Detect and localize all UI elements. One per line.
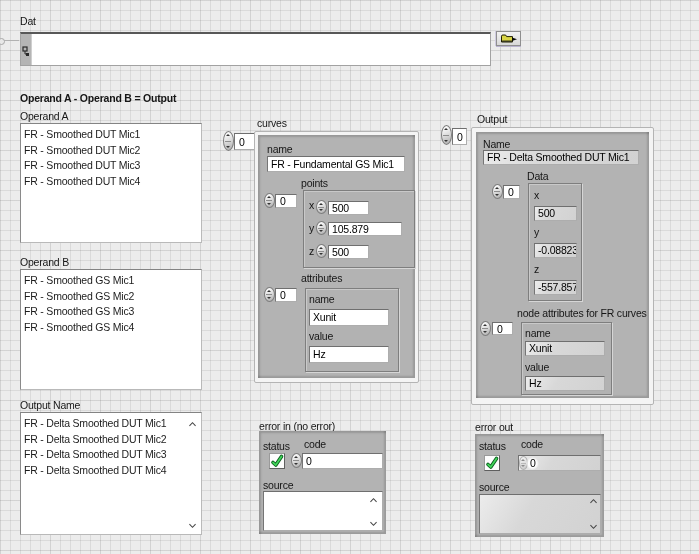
points-y-field[interactable]: 105.879 bbox=[328, 222, 402, 236]
output-name-listbox[interactable]: FR - Delta Smoothed DUT Mic1 FR - Delta … bbox=[20, 412, 202, 535]
green-check-icon bbox=[485, 456, 499, 470]
output-name-label: Output Name bbox=[20, 399, 80, 411]
scroll-down-icon[interactable] bbox=[188, 522, 197, 529]
curves-index-spinner[interactable] bbox=[223, 131, 234, 151]
path-input[interactable] bbox=[20, 32, 491, 66]
data-x-label: x bbox=[534, 189, 539, 201]
list-item[interactable]: FR - Smoothed DUT Mic4 bbox=[21, 174, 201, 190]
points-x-field[interactable]: 500 bbox=[328, 201, 369, 215]
list-item[interactable]: FR - Delta Smoothed DUT Mic2 bbox=[21, 432, 201, 448]
operand-b-listbox[interactable]: FR - Smoothed GS Mic1 FR - Smoothed GS M… bbox=[20, 269, 202, 390]
list-item[interactable]: FR - Smoothed GS Mic2 bbox=[21, 289, 201, 305]
green-check-icon bbox=[270, 454, 284, 468]
left-edge-line bbox=[3, 40, 19, 41]
points-y-spinner[interactable] bbox=[316, 221, 327, 235]
node-attr-name-label: name bbox=[525, 327, 550, 339]
path-type-strip bbox=[21, 34, 32, 65]
labview-front-panel: Dat Operand A - Operand B = Output Opera… bbox=[0, 0, 699, 554]
error-in-code-label: code bbox=[304, 438, 326, 450]
error-in-code-spinner[interactable] bbox=[291, 453, 302, 468]
error-out-source-label: source bbox=[479, 481, 509, 493]
error-out-label: error out bbox=[475, 421, 513, 433]
output-index-spinner[interactable] bbox=[441, 125, 452, 145]
curves-index-value[interactable]: 0 bbox=[234, 133, 256, 150]
data-x-field: 500 bbox=[534, 206, 577, 221]
data-label: Data bbox=[527, 170, 548, 182]
node-attr-index-spinner[interactable] bbox=[480, 321, 491, 336]
list-item[interactable]: FR - Delta Smoothed DUT Mic1 bbox=[21, 416, 201, 432]
curves-name-label: name bbox=[267, 143, 292, 155]
points-index-spinner[interactable] bbox=[264, 193, 275, 208]
output-name-field-label: Name bbox=[483, 138, 510, 150]
points-z-spinner[interactable] bbox=[316, 244, 327, 258]
points-x-label: x bbox=[309, 199, 314, 211]
error-in-source-label: source bbox=[263, 479, 293, 491]
left-edge-dot bbox=[0, 38, 5, 45]
node-attr-index-value[interactable]: 0 bbox=[492, 322, 513, 335]
attr-value-label: value bbox=[309, 330, 333, 342]
list-item[interactable]: FR - Smoothed DUT Mic2 bbox=[21, 143, 201, 159]
error-out-code-label: code bbox=[521, 438, 543, 450]
data-index-value[interactable]: 0 bbox=[503, 185, 520, 199]
error-out-code-field: 0 bbox=[518, 455, 601, 471]
list-item[interactable]: FR - Smoothed GS Mic1 bbox=[21, 273, 201, 289]
scroll-down-icon[interactable] bbox=[369, 520, 378, 527]
operand-b-label: Operand B bbox=[20, 256, 69, 268]
attr-value-field[interactable]: Hz bbox=[309, 346, 389, 363]
error-out-source-field bbox=[479, 494, 601, 534]
attributes-index-spinner[interactable] bbox=[264, 287, 275, 302]
points-z-label: z bbox=[309, 245, 314, 257]
output-index-value[interactable]: 0 bbox=[452, 128, 467, 145]
scroll-up-icon[interactable] bbox=[369, 497, 378, 504]
list-item[interactable]: FR - Smoothed GS Mic4 bbox=[21, 320, 201, 336]
path-glyph-icon bbox=[22, 46, 30, 57]
curves-label: curves bbox=[257, 117, 287, 129]
scroll-up-icon[interactable] bbox=[589, 498, 598, 505]
list-item[interactable]: FR - Smoothed DUT Mic1 bbox=[21, 127, 201, 143]
points-z-field[interactable]: 500 bbox=[328, 245, 369, 259]
node-attributes-label: node attributes for FR curves bbox=[517, 307, 647, 319]
data-index-spinner[interactable] bbox=[492, 184, 503, 199]
attr-name-field[interactable]: Xunit bbox=[309, 309, 389, 326]
points-label: points bbox=[301, 177, 328, 189]
scroll-down-icon[interactable] bbox=[589, 523, 598, 530]
list-item[interactable]: FR - Smoothed GS Mic3 bbox=[21, 304, 201, 320]
data-z-label: z bbox=[534, 263, 539, 275]
curves-name-field[interactable]: FR - Fundamental GS Mic1 bbox=[267, 156, 405, 172]
scroll-up-icon[interactable] bbox=[188, 421, 197, 428]
error-in-status-check[interactable] bbox=[269, 453, 285, 469]
attr-name-label: name bbox=[309, 293, 334, 305]
folder-icon bbox=[500, 33, 519, 45]
node-attr-value-field: Hz bbox=[525, 376, 605, 391]
list-item[interactable]: FR - Delta Smoothed DUT Mic3 bbox=[21, 447, 201, 463]
operand-a-label: Operand A bbox=[20, 110, 68, 122]
error-in-source-field[interactable] bbox=[263, 491, 383, 531]
attributes-index-value[interactable]: 0 bbox=[275, 288, 297, 302]
data-y-label: y bbox=[534, 226, 539, 238]
path-label: Dat bbox=[20, 15, 36, 27]
output-name-field: FR - Delta Smoothed DUT Mic1 bbox=[483, 150, 639, 165]
points-x-spinner[interactable] bbox=[316, 200, 327, 214]
equation-title: Operand A - Operand B = Output bbox=[20, 92, 176, 104]
output-label: Output bbox=[477, 113, 507, 125]
error-in-status-label: status bbox=[263, 440, 290, 452]
node-attr-value-label: value bbox=[525, 361, 549, 373]
browse-button[interactable] bbox=[496, 31, 521, 46]
error-in-code-field[interactable]: 0 bbox=[302, 453, 383, 469]
points-y-label: y bbox=[309, 222, 314, 234]
operand-a-listbox[interactable]: FR - Smoothed DUT Mic1 FR - Smoothed DUT… bbox=[20, 123, 202, 243]
attributes-label: attributes bbox=[301, 272, 342, 284]
node-attr-name-field: Xunit bbox=[525, 341, 605, 356]
data-z-field: -557.857 bbox=[534, 280, 577, 295]
error-out-status-check bbox=[484, 455, 500, 471]
error-out-status-label: status bbox=[479, 440, 506, 452]
list-item[interactable]: FR - Smoothed DUT Mic3 bbox=[21, 158, 201, 174]
error-out-code-value: 0 bbox=[530, 457, 536, 470]
data-y-field: -0.08823 bbox=[534, 243, 577, 258]
list-item[interactable]: FR - Delta Smoothed DUT Mic4 bbox=[21, 463, 201, 479]
points-index-value[interactable]: 0 bbox=[275, 194, 297, 208]
